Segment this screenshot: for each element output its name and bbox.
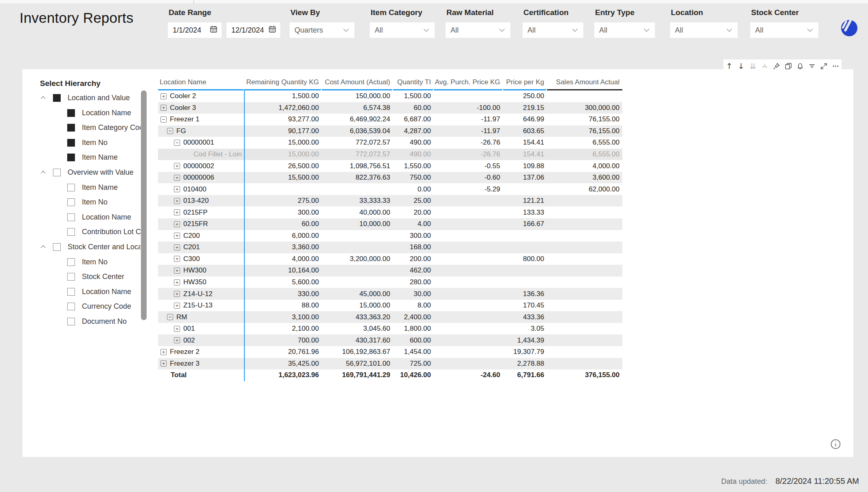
- expand-icon[interactable]: +: [174, 163, 180, 169]
- expand-icon[interactable]: +: [174, 303, 180, 309]
- unchecked-checkbox[interactable]: [67, 184, 75, 191]
- matrix-row-010400[interactable]: +0104000.00-5.2962,000.00: [158, 183, 622, 195]
- matrix-row-freezer-2[interactable]: +Freezer 220,761.96106,192,863.671,454.0…: [158, 346, 622, 358]
- checked-checkbox[interactable]: [67, 109, 75, 117]
- expand-icon[interactable]: +: [174, 291, 180, 297]
- checked-checkbox[interactable]: [67, 124, 75, 132]
- unchecked-checkbox[interactable]: [67, 318, 75, 325]
- hierarchy-item-location-name[interactable]: Location Name: [40, 210, 141, 225]
- unchecked-checkbox[interactable]: [53, 243, 61, 251]
- unchecked-checkbox[interactable]: [67, 303, 75, 310]
- hierarchy-item-overview-with-value[interactable]: Overview with Value: [40, 165, 141, 180]
- hierarchy-item-item-no[interactable]: Item No: [40, 255, 141, 270]
- hierarchy-item-item-no[interactable]: Item No: [40, 195, 141, 210]
- matrix-row-00000001[interactable]: −0000000115,000.00772,072.57490.00-26.76…: [158, 137, 622, 149]
- matrix-row-002[interactable]: +002700.00430,317.60600.001,434.39: [158, 334, 622, 346]
- column-header-quantity-ti[interactable]: Quantity TI: [393, 75, 434, 89]
- unchecked-checkbox[interactable]: [67, 258, 75, 266]
- hierarchy-item-currency-code[interactable]: Currency Code: [40, 299, 141, 314]
- expand-icon[interactable]: +: [174, 186, 180, 192]
- date-end-input[interactable]: 12/1/2024: [226, 22, 280, 38]
- hierarchy-item-item-name[interactable]: Item Name: [40, 150, 141, 165]
- unchecked-checkbox[interactable]: [53, 169, 61, 176]
- checked-checkbox[interactable]: [67, 139, 75, 147]
- hierarchy-item-document-no[interactable]: Document No: [40, 314, 141, 329]
- hierarchy-item-location-name[interactable]: Location Name: [40, 105, 141, 121]
- expand-icon[interactable]: +: [174, 233, 180, 239]
- expand-icon[interactable]: +: [174, 256, 180, 262]
- checked-checkbox[interactable]: [53, 94, 61, 102]
- collapse-icon[interactable]: −: [174, 140, 180, 146]
- expand-icon[interactable]: +: [160, 360, 167, 367]
- hierarchy-item-item-category-code[interactable]: Item Category Code: [40, 120, 141, 135]
- chevron-up-icon[interactable]: [41, 171, 45, 175]
- entry-type-dropdown[interactable]: All: [594, 22, 655, 38]
- unchecked-checkbox[interactable]: [67, 288, 75, 296]
- item-category-dropdown[interactable]: All: [370, 22, 435, 38]
- matrix-row-00000006[interactable]: +0000000615,500.00822,376.63750.00-0.601…: [158, 172, 622, 184]
- matrix-row-hw300[interactable]: +HW30010,164.00462.00: [158, 265, 622, 277]
- hierarchy-item-stock-center-and-location[interactable]: Stock Center and Location: [40, 239, 141, 255]
- expand-icon[interactable]: +: [160, 93, 167, 99]
- matrix-row-cod-fillet-loin[interactable]: Cod Fillet - Loin15,000.00772,072.57490.…: [158, 149, 622, 160]
- matrix-row-c200[interactable]: +C2006,000.00300.00: [158, 230, 622, 242]
- chevron-up-icon[interactable]: [41, 96, 45, 101]
- column-header-avg-purch-price-kg[interactable]: Avg. Purch. Price KG: [434, 75, 503, 89]
- unchecked-checkbox[interactable]: [67, 198, 75, 206]
- location-dropdown[interactable]: All: [670, 22, 738, 38]
- matrix-row-freezer-3[interactable]: +Freezer 335,425.0056,972,101.00725.002,…: [158, 358, 622, 370]
- column-header-remaining-quantity-kg[interactable]: Remaining Quantity KG: [244, 75, 322, 89]
- stock-center-dropdown[interactable]: All: [750, 22, 818, 38]
- expand-icon[interactable]: +: [174, 337, 180, 343]
- hierarchy-item-location-name[interactable]: Location Name: [40, 284, 141, 299]
- matrix-row-z15-u-13[interactable]: +Z15-U-1388.0015,000.008.00170.45: [158, 300, 622, 312]
- hierarchy-item-item-no[interactable]: Item No: [40, 135, 141, 150]
- unchecked-checkbox[interactable]: [67, 213, 75, 221]
- expand-icon[interactable]: +: [174, 326, 180, 332]
- matrix-row-cooler-2[interactable]: +Cooler 21,500.00150,000.001,500.00250.0…: [158, 90, 622, 102]
- matrix-row-freezer-1[interactable]: −Freezer 193,277.006,469,902.246,687.00-…: [158, 114, 622, 125]
- hierarchy-scrollbar[interactable]: [141, 90, 147, 320]
- expand-icon[interactable]: +: [174, 209, 180, 215]
- view-by-dropdown[interactable]: Quarters: [290, 22, 354, 38]
- collapse-icon[interactable]: −: [167, 128, 173, 134]
- matrix-row-0215fp[interactable]: +0215FP300.0040,000.0020.00133.33: [158, 206, 622, 218]
- expand-icon[interactable]: +: [174, 198, 180, 204]
- hierarchy-item-location-and-value[interactable]: Location and Value: [40, 90, 141, 105]
- matrix-row-00000002[interactable]: +0000000226,500.001,098,756.511,550.00-0…: [158, 160, 622, 172]
- expand-icon[interactable]: +: [160, 105, 167, 111]
- matrix-row-hw350[interactable]: +HW3505,600.00280.00: [158, 277, 622, 288]
- date-start-input[interactable]: 1/1/2024: [168, 22, 222, 38]
- column-header-sales-amount-actual[interactable]: Sales Amount Actual: [547, 75, 622, 89]
- matrix-total-row[interactable]: Total1,623,023.96169,791,441.2910,426.00…: [158, 369, 622, 381]
- matrix-row-0215fr[interactable]: +0215FR60.0010,000.004.00166.67: [158, 218, 622, 230]
- matrix-row-fg[interactable]: −FG90,177.006,036,539.044,287.00-11.9760…: [158, 125, 622, 137]
- expand-icon[interactable]: +: [174, 175, 180, 181]
- expand-icon[interactable]: +: [174, 244, 180, 250]
- matrix-row-013-420[interactable]: +013-420275.0033,333.3325.00121.21: [158, 195, 622, 207]
- collapse-icon[interactable]: −: [167, 314, 173, 320]
- info-icon[interactable]: [830, 439, 841, 450]
- hierarchy-item-item-name[interactable]: Item Name: [40, 180, 141, 195]
- expand-icon[interactable]: +: [160, 349, 167, 355]
- matrix-row-001[interactable]: +0012,100.003,045.601,800.003.05: [158, 323, 622, 335]
- column-header-price-per-kg[interactable]: Price per Kg: [503, 75, 547, 89]
- expand-icon[interactable]: +: [174, 268, 180, 274]
- collapse-icon[interactable]: −: [160, 116, 167, 123]
- certification-dropdown[interactable]: All: [523, 22, 583, 38]
- matrix-row-c201[interactable]: +C2013,360.00168.00: [158, 242, 622, 253]
- chevron-up-icon[interactable]: [41, 245, 45, 250]
- matrix-row-rm[interactable]: −RM3,100.00433,363.202,400.00433.36: [158, 311, 622, 323]
- column-header-location-name[interactable]: Location Name: [158, 75, 244, 89]
- unchecked-checkbox[interactable]: [67, 228, 75, 236]
- expand-icon[interactable]: +: [174, 221, 180, 227]
- unchecked-checkbox[interactable]: [67, 273, 75, 281]
- column-header-cost-amount-actual-[interactable]: Cost Amount (Actual): [322, 75, 393, 89]
- raw-material-dropdown[interactable]: All: [446, 22, 510, 38]
- matrix-row-cooler-3[interactable]: +Cooler 31,472,060.006,574.3860.00-100.0…: [158, 102, 622, 114]
- hierarchy-item-stock-center[interactable]: Stock Center: [40, 269, 141, 284]
- checked-checkbox[interactable]: [67, 154, 75, 161]
- matrix-row-z14-u-12[interactable]: +Z14-U-12330.0045,000.0030.00136.36: [158, 288, 622, 300]
- hierarchy-item-contribution-lot-code[interactable]: Contribution Lot Code: [40, 224, 141, 239]
- matrix-row-c300[interactable]: +C3004,000.003,200,000.00200.00800.00: [158, 253, 622, 265]
